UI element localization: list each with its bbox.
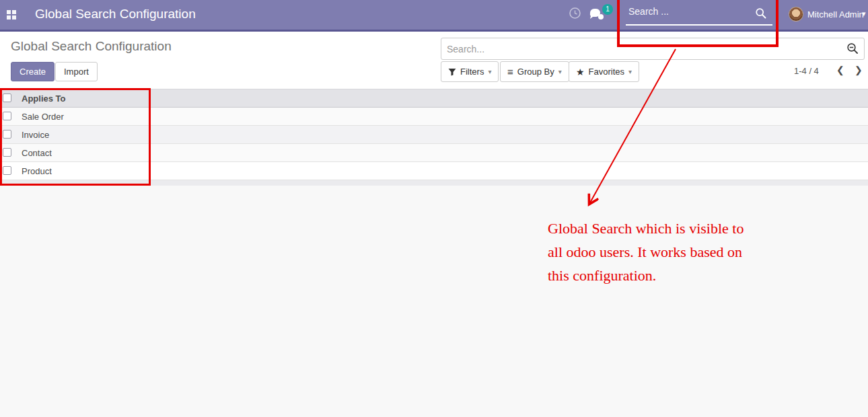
filters-label: Filters <box>460 67 484 77</box>
activity-clock-icon[interactable] <box>569 7 581 20</box>
annotation-text: Global Search which is visible to all od… <box>548 217 744 287</box>
row-checkbox[interactable] <box>3 148 11 157</box>
global-search-input[interactable] <box>628 6 750 17</box>
user-avatar[interactable] <box>789 7 803 22</box>
row-label: Invoice <box>22 130 49 140</box>
apps-menu-icon[interactable] <box>7 10 16 20</box>
group-by-label: Group By <box>517 67 554 77</box>
row-checkbox[interactable] <box>3 112 11 120</box>
annotation-line: this configuration. <box>548 264 744 287</box>
row-checkbox[interactable] <box>3 166 11 175</box>
top-navbar: Global Search Configuration 1 Mitchell A… <box>0 0 868 32</box>
favorites-label: Favorites <box>589 67 624 77</box>
user-caret-icon: ▾ <box>862 9 866 18</box>
group-by-button[interactable]: ≡ Group By ▾ <box>500 61 569 82</box>
list-row-sale-order[interactable]: Sale Order <box>0 108 868 126</box>
import-button[interactable]: Import <box>55 62 98 81</box>
chevron-down-icon: ▾ <box>488 68 491 75</box>
user-menu[interactable]: Mitchell Admin <box>807 9 864 20</box>
list-row-product[interactable]: Product <box>0 162 868 180</box>
control-panel: Global Search Configuration Create Impor… <box>0 32 868 89</box>
favorites-button[interactable]: ★ Favorites ▾ <box>569 61 639 82</box>
list-view: Applies To Sale Order Invoice Contact Pr… <box>0 89 868 180</box>
messages-count-badge: 1 <box>602 4 613 15</box>
pager-range: 1-4 / 4 <box>794 66 819 76</box>
row-label: Sale Order <box>22 112 64 122</box>
annotation-line: all odoo users. It works based on <box>548 240 744 264</box>
select-all-checkbox[interactable] <box>3 93 11 102</box>
list-footer-strip <box>0 180 868 186</box>
view-search-input[interactable] <box>447 41 824 56</box>
filter-funnel-icon <box>448 68 456 76</box>
filters-button[interactable]: Filters ▾ <box>441 61 499 82</box>
create-button[interactable]: Create <box>11 62 55 81</box>
list-row-invoice[interactable]: Invoice <box>0 126 868 144</box>
list-row-contact[interactable]: Contact <box>0 144 868 162</box>
chevron-down-icon: ▾ <box>558 68 562 75</box>
breadcrumb[interactable]: Global Search Configuration <box>11 39 172 54</box>
row-label: Product <box>22 166 52 176</box>
row-label: Contact <box>22 148 52 158</box>
pager-next-button[interactable]: ❯ <box>855 65 863 75</box>
odoo-window: Global Search Configuration 1 Mitchell A… <box>0 0 868 417</box>
search-icon[interactable] <box>755 7 767 20</box>
list-header-row: Applies To <box>0 89 868 108</box>
column-header-applies-to: Applies To <box>22 93 65 104</box>
favorites-star-icon: ★ <box>576 67 585 77</box>
view-search-field <box>441 38 865 60</box>
app-title: Global Search Configuration <box>35 7 196 22</box>
row-checkbox[interactable] <box>3 130 11 139</box>
chevron-down-icon: ▾ <box>628 68 632 75</box>
group-by-icon: ≡ <box>507 66 513 77</box>
global-search-field <box>626 4 772 26</box>
pager-previous-button[interactable]: ❮ <box>836 65 844 75</box>
search-options-icon[interactable] <box>846 42 859 55</box>
annotation-line: Global Search which is visible to <box>548 217 744 240</box>
